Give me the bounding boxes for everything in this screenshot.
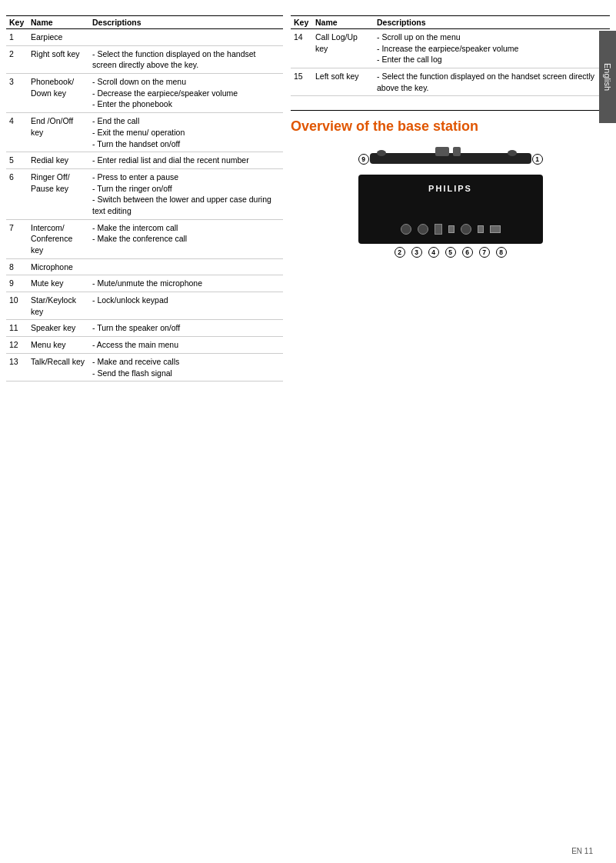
english-sidebar-tab: English — [599, 31, 616, 123]
base-outer: 9 1 — [351, 144, 551, 258]
base-station-diagram: 9 1 — [351, 144, 551, 258]
cell-name: Star/Keylock key — [28, 292, 89, 320]
cell-key: 4 — [6, 113, 28, 152]
table-row: 2Right soft key- Select the function dis… — [6, 45, 283, 73]
cell-desc: - Press to enter a pause - Turn the ring… — [89, 168, 283, 219]
table-row: 14Call Log/Up key- Scroll up on the menu… — [291, 29, 610, 68]
col-header-desc-left: Descriptions — [89, 16, 283, 29]
table-row: 8Microphone — [6, 258, 283, 275]
cell-key: 8 — [6, 258, 28, 275]
cell-name: Ringer Off/ Pause key — [28, 168, 89, 219]
cell-key: 12 — [6, 337, 28, 354]
label-9: 9 — [358, 154, 369, 165]
svg-rect-2 — [435, 147, 449, 156]
cell-desc: - Make the intercom call - Make the conf… — [89, 219, 283, 258]
cell-name: Speaker key — [28, 320, 89, 337]
base-controls — [401, 224, 501, 235]
label-5: 5 — [445, 247, 456, 258]
table-row: 3Phonebook/ Down key- Scroll down on the… — [6, 74, 283, 113]
cell-desc: - Enter redial list and dial the recent … — [89, 152, 283, 169]
cell-key: 2 — [6, 45, 28, 73]
cell-desc: - Scroll down on the menu - Decrease the… — [89, 74, 283, 113]
cell-desc: - Select the function displayed on the h… — [89, 45, 283, 73]
table-row: 7Intercom/ Conference key- Make the inte… — [6, 219, 283, 258]
page-footer: EN 11 — [571, 847, 593, 855]
label-4: 4 — [428, 247, 439, 258]
table-row: 5Redial key- Enter redial list and dial … — [6, 152, 283, 169]
svg-rect-0 — [370, 153, 531, 164]
table-row: 11Speaker key- Turn the speaker on/off — [6, 320, 283, 337]
cell-key: 9 — [6, 275, 28, 292]
table-row: 10Star/Keylock key- Lock/unlock keypad — [6, 292, 283, 320]
label-1: 1 — [532, 154, 543, 165]
cell-name: Right soft key — [28, 45, 89, 73]
label-7: 7 — [479, 247, 490, 258]
table-row: 12Menu key- Access the main menu — [6, 337, 283, 354]
ctrl-rect-2 — [448, 225, 455, 233]
col-header-name-left: Name — [28, 16, 89, 29]
cell-desc: - Lock/unlock keypad — [89, 292, 283, 320]
cell-name: Microphone — [28, 258, 89, 275]
col-header-key-left: Key — [6, 16, 28, 29]
cell-key: 1 — [6, 29, 28, 46]
cell-name: Phonebook/ Down key — [28, 74, 89, 113]
overview-title: Overview of the base station — [291, 110, 610, 135]
cell-name: Menu key — [28, 337, 89, 354]
cell-desc: - End the call - Exit the menu/ operatio… — [89, 113, 283, 152]
cell-key: 5 — [6, 152, 28, 169]
left-table: Key Name Descriptions 1Earpiece2Right so… — [6, 15, 283, 848]
cell-desc: - Mute/unmute the microphone — [89, 275, 283, 292]
ctrl-btn-2 — [418, 224, 428, 235]
cell-name: Mute key — [28, 275, 89, 292]
cell-key: 11 — [6, 320, 28, 337]
base-bottom-numbers: 2345678 — [351, 247, 551, 258]
cell-key: 14 — [291, 29, 312, 68]
table-row: 1Earpiece — [6, 29, 283, 46]
cell-name: Talk/Recall key — [28, 353, 89, 381]
cell-desc: - Make and receive calls - Send the flas… — [89, 353, 283, 381]
cell-desc — [89, 29, 283, 46]
top-connector-svg — [366, 145, 535, 173]
cell-desc: - Select the function displayed on the h… — [374, 68, 610, 96]
right-column: Key Name Descriptions 14Call Log/Up key-… — [291, 15, 610, 848]
svg-point-1 — [377, 150, 386, 156]
base-top: 9 1 — [358, 144, 543, 175]
cell-key: 3 — [6, 74, 28, 113]
cell-key: 6 — [6, 168, 28, 219]
cell-key: 10 — [6, 292, 28, 320]
cell-name: Call Log/Up key — [312, 29, 374, 68]
ctrl-rect-1 — [435, 224, 442, 235]
cell-name: End /On/Off key — [28, 113, 89, 152]
cell-name: Left soft key — [312, 68, 374, 96]
ctrl-rect-3 — [478, 225, 484, 233]
ctrl-rect-4 — [490, 225, 501, 233]
table-row: 9Mute key- Mute/unmute the microphone — [6, 275, 283, 292]
cell-key: 13 — [6, 353, 28, 381]
cell-desc: - Scroll up on the menu - Increase the e… — [374, 29, 610, 68]
table-row: 13Talk/Recall key- Make and receive call… — [6, 353, 283, 381]
cell-key: 7 — [6, 219, 28, 258]
base-body: PHILIPS — [358, 175, 543, 244]
cell-desc: - Turn the speaker on/off — [89, 320, 283, 337]
table-row: 4End /On/Off key- End the call - Exit th… — [6, 113, 283, 152]
col-header-name-right: Name — [312, 16, 374, 29]
cell-key: 15 — [291, 68, 312, 96]
col-header-key-right: Key — [291, 16, 312, 29]
cell-name: Intercom/ Conference key — [28, 219, 89, 258]
col-header-desc-right: Descriptions — [374, 16, 610, 29]
ctrl-btn-3 — [461, 224, 471, 235]
ctrl-btn-1 — [401, 224, 411, 235]
cell-desc: - Access the main menu — [89, 337, 283, 354]
svg-rect-3 — [453, 147, 461, 156]
cell-desc — [89, 258, 283, 275]
key-table-right: Key Name Descriptions 14Call Log/Up key-… — [291, 15, 610, 96]
cell-name: Earpiece — [28, 29, 89, 46]
label-6: 6 — [462, 247, 473, 258]
table-row: 15Left soft key- Select the function dis… — [291, 68, 610, 96]
label-8: 8 — [496, 247, 507, 258]
label-3: 3 — [411, 247, 422, 258]
key-table-left: Key Name Descriptions 1Earpiece2Right so… — [6, 15, 283, 382]
cell-name: Redial key — [28, 152, 89, 169]
label-2: 2 — [395, 247, 405, 258]
philips-logo: PHILIPS — [428, 184, 472, 193]
